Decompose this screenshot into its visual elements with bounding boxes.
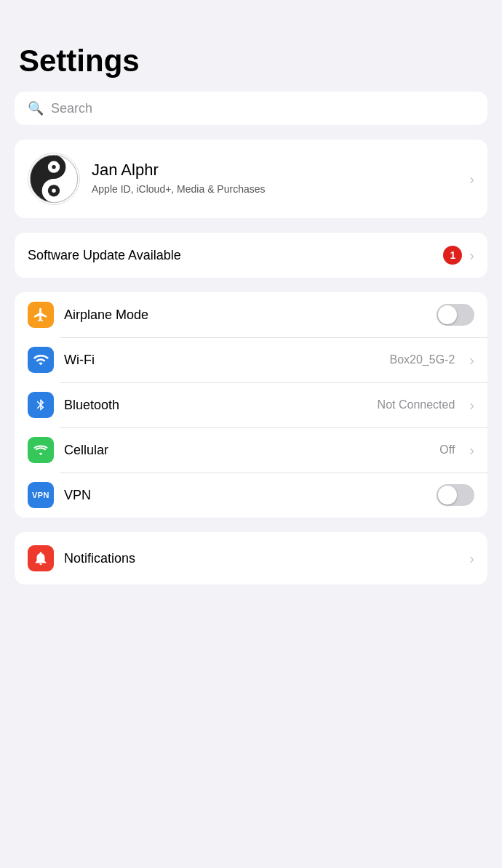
- wifi-value: Box20_5G-2: [389, 353, 455, 366]
- wifi-row[interactable]: Wi-Fi Box20_5G-2 ›: [15, 337, 487, 382]
- airplane-mode-toggle[interactable]: [437, 304, 474, 326]
- notifications-row[interactable]: Notifications ›: [15, 532, 487, 584]
- bluetooth-label: Bluetooth: [64, 398, 367, 413]
- vpn-label: VPN: [64, 488, 426, 503]
- vpn-toggle-knob: [438, 486, 457, 505]
- update-label: Software Update Available: [28, 248, 181, 263]
- profile-row[interactable]: Jan Alphr Apple ID, iCloud+, Media & Pur…: [15, 140, 487, 218]
- settings-page: Settings 🔍 Search: [0, 0, 502, 621]
- cellular-row[interactable]: Cellular Off ›: [15, 427, 487, 473]
- wifi-icon: [28, 347, 54, 373]
- search-bar[interactable]: 🔍 Search: [15, 92, 487, 125]
- update-chevron: ›: [469, 247, 474, 264]
- cellular-value: Off: [439, 443, 455, 457]
- bluetooth-row[interactable]: Bluetooth Not Connected ›: [15, 382, 487, 427]
- profile-chevron: ›: [469, 171, 474, 188]
- bluetooth-icon: [28, 392, 54, 418]
- vpn-icon-text: VPN: [32, 491, 49, 499]
- airplane-mode-row[interactable]: Airplane Mode: [15, 292, 487, 337]
- bluetooth-value: Not Connected: [378, 398, 455, 411]
- profile-name: Jan Alphr: [92, 161, 458, 180]
- wifi-chevron: ›: [469, 352, 474, 369]
- update-right: 1 ›: [443, 246, 474, 265]
- bluetooth-chevron: ›: [469, 397, 474, 414]
- avatar: [28, 153, 80, 205]
- airplane-mode-icon: [28, 302, 54, 328]
- vpn-icon: VPN: [28, 482, 54, 508]
- svg-point-4: [52, 189, 55, 193]
- notifications-icon: [28, 545, 54, 571]
- software-update-card[interactable]: Software Update Available 1 ›: [15, 233, 487, 278]
- profile-info: Jan Alphr Apple ID, iCloud+, Media & Pur…: [92, 161, 458, 197]
- connectivity-settings-group: Airplane Mode Wi-Fi Box: [15, 292, 487, 518]
- update-badge: 1: [443, 246, 462, 265]
- airplane-mode-label: Airplane Mode: [64, 308, 426, 323]
- wifi-label: Wi-Fi: [64, 353, 379, 368]
- vpn-toggle[interactable]: [437, 484, 474, 506]
- vpn-row[interactable]: VPN VPN: [15, 473, 487, 518]
- profile-card[interactable]: Jan Alphr Apple ID, iCloud+, Media & Pur…: [15, 140, 487, 218]
- search-icon: 🔍: [28, 100, 44, 116]
- airplane-mode-toggle-knob: [438, 305, 457, 324]
- cellular-chevron: ›: [469, 442, 474, 459]
- cellular-label: Cellular: [64, 443, 429, 458]
- notifications-chevron: ›: [469, 550, 474, 567]
- update-row[interactable]: Software Update Available 1 ›: [15, 233, 487, 278]
- notifications-label: Notifications: [64, 551, 459, 566]
- profile-subtitle: Apple ID, iCloud+, Media & Purchases: [92, 182, 458, 197]
- search-input[interactable]: Search: [51, 101, 92, 116]
- page-title: Settings: [15, 44, 487, 79]
- cellular-icon: [28, 437, 54, 463]
- svg-point-3: [52, 165, 55, 169]
